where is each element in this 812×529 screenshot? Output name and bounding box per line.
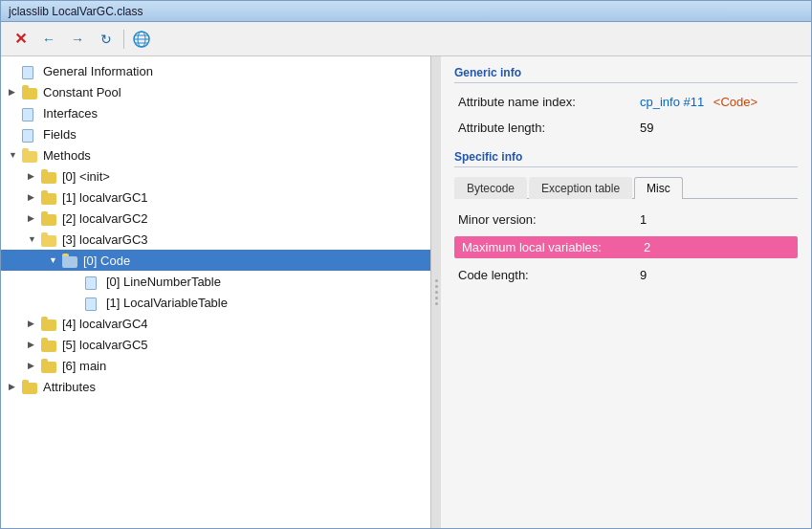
folder-icon-method-4 bbox=[41, 317, 58, 330]
code-length-value: 9 bbox=[640, 268, 647, 282]
arrow-method-main: ▶ bbox=[28, 361, 41, 370]
folder-icon-constant-pool bbox=[22, 85, 39, 99]
attribute-name-tag: <Code> bbox=[713, 95, 757, 109]
attribute-length-row: Attribute length: 59 bbox=[454, 119, 798, 137]
tree-item-code[interactable]: ▼ [0] Code bbox=[1, 250, 430, 271]
tree-label-method-3: [3] localvarGC3 bbox=[62, 232, 427, 247]
tree-label-method-2: [2] localvarGC2 bbox=[62, 211, 427, 226]
tree-label-interfaces: Interfaces bbox=[43, 106, 427, 121]
attribute-name-value: cp_info #11 <Code> bbox=[640, 95, 757, 109]
doc-icon-general-info bbox=[22, 64, 39, 77]
tree-item-method-1[interactable]: ▶ [1] localvarGC1 bbox=[1, 187, 430, 208]
attribute-length-value: 59 bbox=[640, 121, 653, 135]
tree-label-methods: Methods bbox=[43, 148, 427, 163]
tree-item-method-main[interactable]: ▶ [6] main bbox=[1, 355, 430, 376]
divider-dots bbox=[435, 279, 438, 305]
tree-item-method-init[interactable]: ▶ [0] <init> bbox=[1, 165, 430, 187]
folder-icon-method-5 bbox=[41, 338, 58, 351]
max-locals-value: 2 bbox=[644, 240, 650, 254]
globe-icon bbox=[133, 31, 150, 48]
arrow-interfaces bbox=[9, 108, 22, 118]
close-button[interactable]: ✕ bbox=[7, 27, 33, 52]
arrow-method-1: ▶ bbox=[28, 192, 41, 202]
tree-label-fields: Fields bbox=[43, 127, 427, 142]
folder-icon-code bbox=[62, 253, 79, 267]
folder-icon-attributes bbox=[22, 380, 39, 393]
arrow-fields bbox=[9, 129, 22, 139]
tree-item-method-3[interactable]: ▼ [3] localvarGC3 bbox=[1, 229, 430, 250]
browser-button[interactable] bbox=[128, 27, 155, 52]
arrow-method-5: ▶ bbox=[28, 340, 41, 349]
tree-label-attributes: Attributes bbox=[43, 380, 427, 394]
minor-version-row: Minor version: 1 bbox=[454, 210, 798, 229]
doc-icon-fields bbox=[22, 127, 39, 141]
tree-label-code: [0] Code bbox=[83, 253, 427, 268]
tree-label-constant-pool: Constant Pool bbox=[43, 85, 427, 99]
tree-label-method-init: [0] <init> bbox=[62, 169, 427, 184]
tree-label-method-5: [5] localvarGC5 bbox=[62, 338, 427, 352]
arrow-localvartable bbox=[72, 298, 85, 307]
folder-icon-method-main bbox=[41, 359, 58, 372]
folder-icon-methods bbox=[22, 148, 39, 162]
tab-bytecode[interactable]: Bytecode bbox=[454, 177, 527, 199]
generic-info-header: Generic info bbox=[454, 66, 798, 83]
tree-item-method-5[interactable]: ▶ [5] localvarGC5 bbox=[1, 334, 430, 355]
minor-version-label: Minor version: bbox=[458, 212, 640, 227]
tabs-row: Bytecode Exception table Misc bbox=[454, 177, 798, 199]
arrow-general-info bbox=[9, 66, 22, 76]
tree-panel: General Information ▶ Constant Pool Inte… bbox=[1, 56, 431, 528]
forward-button[interactable]: → bbox=[64, 27, 91, 52]
main-window: jclasslib LocalVarGC.class ✕ ← → ↻ Ge bbox=[0, 0, 812, 529]
tree-item-interfaces[interactable]: Interfaces bbox=[1, 102, 430, 123]
arrow-method-init: ▶ bbox=[28, 171, 41, 181]
doc-icon-linenumber bbox=[85, 275, 102, 288]
right-panel: Generic info Attribute name index: cp_in… bbox=[441, 56, 811, 528]
arrow-method-3: ▼ bbox=[28, 234, 41, 244]
tree-item-fields[interactable]: Fields bbox=[1, 123, 430, 144]
tree-item-localvartable[interactable]: [1] LocalVariableTable bbox=[1, 292, 430, 313]
arrow-method-2: ▶ bbox=[28, 213, 41, 223]
tab-exception-table[interactable]: Exception table bbox=[529, 177, 632, 199]
max-locals-row: Maximum local variables: 2 bbox=[454, 236, 798, 258]
tree-item-attributes[interactable]: ▶ Attributes bbox=[1, 376, 430, 397]
attribute-name-label: Attribute name index: bbox=[458, 95, 640, 109]
folder-icon-method-2 bbox=[41, 211, 58, 225]
tree-item-methods[interactable]: ▼ Methods bbox=[1, 144, 430, 165]
tree-item-general-info[interactable]: General Information bbox=[1, 60, 430, 81]
max-locals-label: Maximum local variables: bbox=[462, 240, 644, 254]
main-area: General Information ▶ Constant Pool Inte… bbox=[1, 56, 811, 528]
minor-version-value: 1 bbox=[640, 212, 647, 227]
tree-label-localvartable: [1] LocalVariableTable bbox=[106, 296, 427, 310]
specific-info-header: Specific info bbox=[454, 150, 798, 167]
tree-label-method-4: [4] localvarGC4 bbox=[62, 317, 427, 331]
tree-item-method-2[interactable]: ▶ [2] localvarGC2 bbox=[1, 208, 430, 229]
arrow-constant-pool: ▶ bbox=[9, 87, 22, 97]
cp-info-link[interactable]: cp_info #11 bbox=[640, 95, 704, 109]
arrow-code: ▼ bbox=[49, 255, 62, 265]
folder-icon-method-init bbox=[41, 169, 58, 183]
arrow-attributes: ▶ bbox=[9, 382, 22, 391]
tree-label-method-1: [1] localvarGC1 bbox=[62, 190, 427, 205]
attribute-length-label: Attribute length: bbox=[458, 121, 640, 135]
arrow-linenumber bbox=[72, 276, 85, 286]
tree-label-linenumber: [0] LineNumberTable bbox=[106, 275, 427, 289]
toolbar-separator bbox=[123, 30, 124, 49]
code-length-row: Code length: 9 bbox=[454, 266, 798, 284]
tree-item-method-4[interactable]: ▶ [4] localvarGC4 bbox=[1, 313, 430, 334]
tree-label-method-main: [6] main bbox=[62, 359, 427, 373]
panel-divider[interactable] bbox=[431, 56, 441, 528]
tree-label-general-info: General Information bbox=[43, 64, 427, 78]
code-length-label: Code length: bbox=[458, 268, 640, 282]
folder-icon-method-3 bbox=[41, 232, 58, 246]
tab-misc[interactable]: Misc bbox=[634, 177, 683, 199]
title-bar: jclasslib LocalVarGC.class bbox=[1, 1, 811, 22]
doc-icon-interfaces bbox=[22, 106, 39, 120]
arrow-method-4: ▶ bbox=[28, 319, 41, 328]
back-button[interactable]: ← bbox=[35, 27, 62, 52]
window-title: jclasslib LocalVarGC.class bbox=[9, 5, 143, 18]
tree-item-constant-pool[interactable]: ▶ Constant Pool bbox=[1, 81, 430, 102]
toolbar: ✕ ← → ↻ bbox=[1, 22, 811, 56]
tree-item-linenumber[interactable]: [0] LineNumberTable bbox=[1, 271, 430, 292]
refresh-button[interactable]: ↻ bbox=[93, 27, 120, 52]
arrow-methods: ▼ bbox=[9, 150, 22, 160]
